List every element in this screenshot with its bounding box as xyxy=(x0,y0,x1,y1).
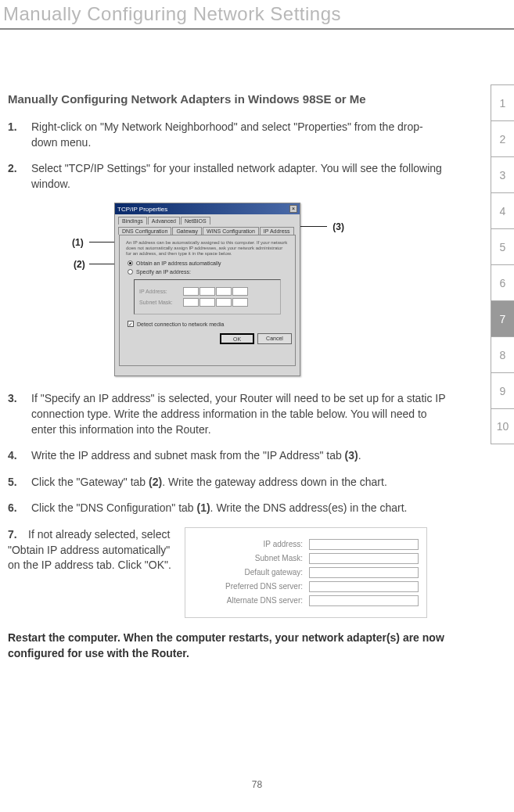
page-number: 78 xyxy=(0,779,514,790)
form-label: Subnet Mask: xyxy=(255,554,303,562)
dialog-buttons: OK Cancel xyxy=(123,333,292,344)
default-gateway-input[interactable] xyxy=(309,567,419,578)
step-7: 7.If not already selected, select "Obtai… xyxy=(8,527,172,618)
sidebar-item-3[interactable]: 3 xyxy=(491,156,514,192)
step-num: 5. xyxy=(8,475,31,490)
step-2: 2. Select "TCP/IP Settings" for your ins… xyxy=(8,161,446,192)
checkbox-label: Detect connection to network media xyxy=(137,322,224,327)
tab-advanced[interactable]: Advanced xyxy=(148,217,180,225)
dialog-tabs-row2: DNS Configuration Gateway WINS Configura… xyxy=(115,225,300,235)
tab-bindings[interactable]: Bindings xyxy=(118,217,147,225)
dialog-description: An IP address can be automatically assig… xyxy=(126,240,289,256)
callout-2: (2) xyxy=(74,259,85,270)
alternate-dns-input[interactable] xyxy=(309,595,419,606)
step-text: Select "TCP/IP Settings" for your instal… xyxy=(31,161,446,192)
close-icon[interactable]: × xyxy=(289,205,297,213)
ip-address-label: IP Address: xyxy=(139,289,178,294)
content-area: Manually Configuring Network Adapters in… xyxy=(0,30,469,661)
figure-address-form: IP address: Subnet Mask: Default gateway… xyxy=(185,527,427,618)
form-row-subnet: Subnet Mask: xyxy=(193,553,419,564)
radio-label: Specify an IP address: xyxy=(136,269,191,275)
form-label: Preferred DNS server: xyxy=(225,582,303,591)
callout-line xyxy=(89,242,114,243)
page-title: Manually Configuring Network Settings xyxy=(0,0,514,25)
tab-gateway[interactable]: Gateway xyxy=(172,227,202,235)
step-4: 4. Write the IP address and subnet mask … xyxy=(8,448,446,464)
step-text: If not already selected, select "Obtain … xyxy=(8,528,171,571)
step-text: Click the "Gateway" tab (2). Write the g… xyxy=(31,475,446,490)
tab-ip-address[interactable]: IP Address xyxy=(260,227,294,235)
subnet-mask-input[interactable] xyxy=(183,298,248,307)
step-num: 7. xyxy=(8,527,28,543)
restart-instruction: Restart the computer. When the computer … xyxy=(8,631,446,661)
section-sidebar: 12345678910 xyxy=(491,84,514,444)
tcpip-properties-dialog: TCP/IP Properties × Bindings Advanced Ne… xyxy=(114,203,300,376)
step-num: 3. xyxy=(8,391,31,437)
form-row-ip: IP address: xyxy=(193,539,419,550)
form-label: IP address: xyxy=(264,540,303,548)
step-num: 6. xyxy=(8,501,31,516)
radio-obtain-auto[interactable]: Obtain an IP address automatically xyxy=(128,260,287,266)
cancel-button[interactable]: Cancel xyxy=(257,333,292,344)
step-7-row: 7.If not already selected, select "Obtai… xyxy=(8,527,446,618)
sidebar-item-5[interactable]: 5 xyxy=(491,228,514,264)
step-text: If "Specify an IP address" is selected, … xyxy=(31,391,446,437)
radio-icon xyxy=(128,260,133,266)
form-label: Default gateway: xyxy=(245,568,304,577)
subnet-mask-input[interactable] xyxy=(309,553,419,564)
step-3: 3. If "Specify an IP address" is selecte… xyxy=(8,391,446,437)
sidebar-item-9[interactable]: 9 xyxy=(491,372,514,408)
ip-address-row: IP Address: xyxy=(139,287,275,296)
sidebar-item-7[interactable]: 7 xyxy=(491,300,514,336)
radio-specify[interactable]: Specify an IP address: xyxy=(128,269,287,275)
form-label: Alternate DNS server: xyxy=(227,596,303,605)
callout-1: (1) xyxy=(72,237,84,248)
sidebar-item-6[interactable]: 6 xyxy=(491,264,514,300)
callout-3: (3) xyxy=(332,221,344,232)
ok-button[interactable]: OK xyxy=(220,333,254,344)
ip-address-input[interactable] xyxy=(309,539,419,550)
figure-tcpip-dialog: (1) (2) (3) TCP/IP Properties × Bindings… xyxy=(78,203,336,379)
tab-wins-configuration[interactable]: WINS Configuration xyxy=(203,227,259,235)
step-5: 5. Click the "Gateway" tab (2). Write th… xyxy=(8,475,446,490)
sidebar-item-2[interactable]: 2 xyxy=(491,120,514,156)
callout-line xyxy=(297,226,327,227)
form-row-alt-dns: Alternate DNS server: xyxy=(193,595,419,606)
step-text: Click the "DNS Configuration" tab (1). W… xyxy=(31,501,446,516)
step-num: 2. xyxy=(8,161,31,192)
tab-dns-configuration[interactable]: DNS Configuration xyxy=(118,227,171,235)
radio-icon xyxy=(128,269,133,275)
radio-label: Obtain an IP address automatically xyxy=(136,260,221,266)
form-row-pref-dns: Preferred DNS server: xyxy=(193,581,419,592)
sidebar-item-1[interactable]: 1 xyxy=(491,84,514,120)
step-num: 4. xyxy=(8,448,31,464)
checkbox-icon: ✓ xyxy=(128,321,134,327)
subnet-mask-row: Subnet Mask: xyxy=(139,298,275,307)
subnet-mask-label: Subnet Mask: xyxy=(139,300,178,305)
step-6: 6. Click the "DNS Configuration" tab (1)… xyxy=(8,501,446,516)
dialog-body: An IP address can be automatically assig… xyxy=(119,235,296,366)
step-text: Right-click on "My Network Neighborhood"… xyxy=(31,120,446,150)
preferred-dns-input[interactable] xyxy=(309,581,419,592)
ip-address-input[interactable] xyxy=(183,287,248,296)
sidebar-item-8[interactable]: 8 xyxy=(491,336,514,372)
tab-netbios[interactable]: NetBIOS xyxy=(181,217,210,225)
dialog-tabs-row1: Bindings Advanced NetBIOS xyxy=(115,214,300,225)
form-row-gateway: Default gateway: xyxy=(193,567,419,578)
dialog-title: TCP/IP Properties xyxy=(117,206,167,213)
section-title: Manually Configuring Network Adapters in… xyxy=(8,92,446,106)
step-num: 1. xyxy=(8,120,31,150)
ip-fields-group: IP Address: Subnet Mask: xyxy=(134,279,281,314)
detect-connection-row[interactable]: ✓ Detect connection to network media xyxy=(128,321,287,327)
sidebar-item-10[interactable]: 10 xyxy=(491,408,514,444)
step-text: Write the IP address and subnet mask fro… xyxy=(31,448,446,464)
dialog-titlebar: TCP/IP Properties × xyxy=(115,203,300,214)
sidebar-item-4[interactable]: 4 xyxy=(491,192,514,228)
step-1: 1. Right-click on "My Network Neighborho… xyxy=(8,120,446,150)
